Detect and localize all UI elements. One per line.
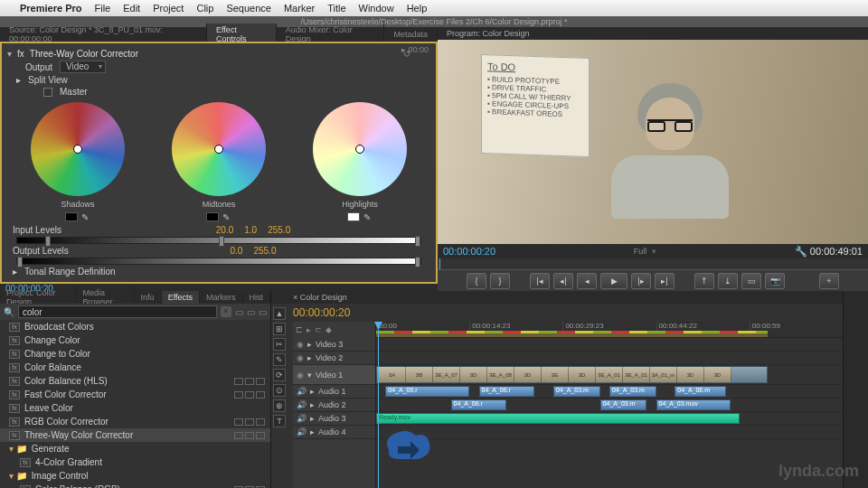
ripple-tool[interactable]: ✂ xyxy=(273,338,286,351)
tab-info[interactable]: Info xyxy=(135,291,162,304)
track-label[interactable]: Audio 1 xyxy=(318,387,346,396)
play-button[interactable]: ▶ xyxy=(600,273,627,289)
type-tool[interactable]: T xyxy=(273,415,286,427)
effect-row[interactable]: fxFast Color Corrector xyxy=(0,388,270,401)
slider-handle[interactable] xyxy=(219,236,224,247)
effect-row[interactable]: fxColor Balance (RGB) xyxy=(0,483,270,488)
speaker-icon[interactable]: 🔊 xyxy=(297,387,307,396)
eyedropper-icon[interactable]: ✎ xyxy=(81,212,90,221)
folder-row[interactable]: ▾ 📁Generate xyxy=(0,442,270,455)
shadows-wheel[interactable] xyxy=(31,102,125,196)
track-label[interactable]: Audio 4 xyxy=(318,427,346,436)
filter-32-icon[interactable]: ▭ xyxy=(235,307,243,317)
highlights-wheel[interactable] xyxy=(313,102,407,196)
lane-v1[interactable]: 3A3B3E_A_073D3E_A_083D3E3D3E_A_013E_A_01… xyxy=(376,365,843,385)
input-level-gamma[interactable]: 1.0 xyxy=(244,225,257,235)
menu-edit[interactable]: Edit xyxy=(123,3,140,14)
effects-tree[interactable]: fxBroadcast ColorsfxChange ColorfxChange… xyxy=(0,320,270,488)
audio-clip[interactable]: 04_A_06.r xyxy=(451,399,507,410)
input-level-white[interactable]: 255.0 xyxy=(268,225,290,235)
razor-tool[interactable]: ✎ xyxy=(273,353,286,366)
music-clip[interactable]: Ready.mov xyxy=(376,413,740,424)
lane-a1[interactable]: 04_A_06.r04_A_06.r04_A_03.m04_A_03.m04_A… xyxy=(376,385,843,399)
slider-handle[interactable] xyxy=(415,257,420,267)
export-frame-button[interactable]: ▭ xyxy=(741,273,761,289)
goto-out-button[interactable]: ▸| xyxy=(655,273,675,289)
lane-a3[interactable]: Ready.mov xyxy=(376,412,843,426)
highlights-swatch[interactable] xyxy=(347,212,360,221)
playhead[interactable] xyxy=(378,322,379,488)
eye-icon[interactable]: ◉ xyxy=(297,340,304,349)
program-monitor[interactable]: To DO ▪ BUILD PROTOTYPE ▪ DRIVE TRAFFIC … xyxy=(438,40,868,244)
effect-row[interactable]: fxColor Balance (HLS) xyxy=(0,374,270,388)
step-back-button[interactable]: ◂| xyxy=(553,273,573,289)
mark-in-button[interactable]: { xyxy=(467,273,486,289)
master-checkbox[interactable] xyxy=(43,88,52,97)
hand-tool[interactable]: ⊕ xyxy=(273,399,286,412)
output-levels-slider[interactable] xyxy=(16,258,421,265)
track-label[interactable]: Video 1 xyxy=(316,371,343,380)
settings-icon[interactable]: ◆ xyxy=(326,325,332,334)
output-level-white[interactable]: 255.0 xyxy=(253,246,276,256)
slider-handle[interactable] xyxy=(17,257,23,267)
extract-button[interactable]: ⤓ xyxy=(718,273,738,289)
lane-a2[interactable]: 04_A_06.r04_A_03.m04_A_03.mov xyxy=(376,399,843,412)
tab-markers[interactable]: Markers xyxy=(200,291,243,304)
play-reverse-button[interactable]: ◂ xyxy=(577,273,597,289)
audio-clip[interactable]: 04_A_03.mov xyxy=(656,399,731,410)
track-select-tool[interactable]: ⊞ xyxy=(273,323,286,335)
lane-v3[interactable] xyxy=(376,338,843,352)
mark-out-button[interactable]: } xyxy=(490,273,510,289)
menu-title[interactable]: Title xyxy=(327,3,345,14)
zoom-bar[interactable] xyxy=(376,333,768,337)
lane-a4[interactable] xyxy=(376,426,843,439)
eye-icon[interactable]: ◉ xyxy=(297,371,304,380)
shadows-swatch[interactable] xyxy=(65,212,78,221)
track-label[interactable]: Video 3 xyxy=(316,340,343,349)
timeline-timecode[interactable]: 00:00:00:20 xyxy=(293,306,350,319)
tab-metadata[interactable]: Metadata xyxy=(384,28,438,41)
slider-handle[interactable] xyxy=(415,236,420,247)
menu-clip[interactable]: Clip xyxy=(196,3,213,14)
audio-clip[interactable]: 04_A_06.m xyxy=(675,386,726,397)
track-label[interactable]: Video 2 xyxy=(316,353,343,362)
lane-v2[interactable] xyxy=(376,352,843,365)
filter-yuv-icon[interactable]: ▭ xyxy=(247,307,255,317)
step-forward-button[interactable]: |▸ xyxy=(631,273,651,289)
tab-history[interactable]: Hist xyxy=(243,291,271,304)
camera-icon[interactable]: 📷 xyxy=(765,273,785,289)
effect-row[interactable]: fxRGB Color Corrector xyxy=(0,415,270,428)
effect-row[interactable]: fx4-Color Gradient xyxy=(0,455,270,469)
clear-search-button[interactable]: × xyxy=(221,306,231,317)
linked-selection-icon[interactable]: ⊂ xyxy=(315,325,322,334)
eye-icon[interactable]: ◉ xyxy=(297,353,304,362)
pen-tool[interactable]: ⊙ xyxy=(273,384,286,397)
output-dropdown[interactable]: Video xyxy=(60,61,106,73)
effect-row[interactable]: fxChange Color xyxy=(0,333,270,347)
menu-sequence[interactable]: Sequence xyxy=(226,3,271,14)
menu-marker[interactable]: Marker xyxy=(284,3,315,14)
output-level-black[interactable]: 0.0 xyxy=(231,246,243,256)
menu-help[interactable]: Help xyxy=(407,3,428,14)
effect-row[interactable]: fxChange to Color xyxy=(0,347,270,361)
folder-row[interactable]: ▾ 📁Image Control xyxy=(0,469,270,483)
menu-window[interactable]: Window xyxy=(359,3,394,14)
speaker-icon[interactable]: 🔊 xyxy=(297,400,307,409)
zoom-dropdown[interactable]: Full xyxy=(634,247,647,256)
filter-accel-icon[interactable]: ▭ xyxy=(259,307,267,317)
audio-clip[interactable]: 04_A_03.m xyxy=(609,386,656,397)
audio-clip[interactable]: 04_A_06.r xyxy=(385,386,469,397)
slider-handle[interactable] xyxy=(45,236,51,247)
effect-row[interactable]: fxBroadcast Colors xyxy=(0,320,270,333)
snap-icon[interactable]: ⊏ xyxy=(296,325,303,334)
button-editor[interactable]: + xyxy=(819,273,839,289)
program-ruler[interactable] xyxy=(438,258,868,269)
goto-in-button[interactable]: |◂ xyxy=(530,273,550,289)
audio-clip[interactable]: 04_A_03.m xyxy=(553,386,600,397)
audio-clip[interactable]: 04_A_06.r xyxy=(479,386,535,397)
track-label[interactable]: Audio 2 xyxy=(318,400,346,409)
slip-tool[interactable]: ⟳ xyxy=(273,369,286,381)
program-timecode[interactable]: 00:00:00:20 xyxy=(443,246,495,257)
eyedropper-icon[interactable]: ✎ xyxy=(363,212,373,221)
menu-project[interactable]: Project xyxy=(153,3,184,14)
